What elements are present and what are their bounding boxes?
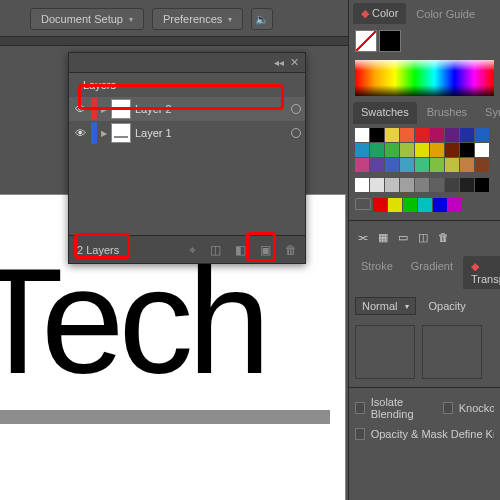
new-group-icon[interactable]: ▭ [398, 231, 408, 244]
tab-transparency[interactable]: ◆ Transpar [463, 256, 500, 289]
swatch[interactable] [445, 158, 459, 172]
transparency-preview [355, 325, 415, 379]
swatch[interactable] [415, 143, 429, 157]
target-icon[interactable] [291, 104, 301, 114]
delete-layer-icon[interactable]: 🗑 [285, 243, 297, 257]
opacity-mask-label: Opacity & Mask Define Knockout [371, 428, 494, 440]
make-clipping-mask-icon[interactable]: ◫ [210, 243, 221, 257]
swatch[interactable] [430, 128, 444, 142]
expand-icon[interactable]: ▶ [101, 129, 107, 138]
target-icon[interactable] [291, 128, 301, 138]
delete-swatch-icon[interactable]: 🗑 [438, 231, 449, 244]
preferences-button[interactable]: Preferences ▾ [152, 8, 243, 30]
layer-name-label: Layer 2 [135, 103, 287, 115]
swatch[interactable] [475, 178, 489, 192]
color-spectrum[interactable] [355, 60, 494, 96]
swatch[interactable] [475, 128, 489, 142]
swatch[interactable] [403, 198, 417, 212]
tab-stroke[interactable]: Stroke [353, 256, 401, 289]
swatch[interactable] [460, 143, 474, 157]
visibility-icon[interactable]: 👁 [73, 102, 87, 116]
swatch[interactable] [370, 158, 384, 172]
new-layer-icon[interactable]: ▣ [260, 243, 271, 257]
knockout-label: Knockout [459, 402, 494, 414]
tab-swatches[interactable]: Swatches [353, 102, 417, 124]
visibility-icon[interactable]: 👁 [73, 126, 87, 140]
dropdown-icon: ▾ [405, 302, 409, 311]
layer-list: 👁▶Layer 2👁▶Layer 1 [69, 95, 305, 147]
close-icon[interactable]: ✕ [290, 56, 299, 69]
swatch[interactable] [400, 128, 414, 142]
swatch[interactable] [370, 178, 384, 192]
panel-collapse-icon[interactable]: ◂◂ [274, 57, 284, 68]
swatch[interactable] [430, 158, 444, 172]
swatch[interactable] [370, 128, 384, 142]
swatch[interactable] [385, 178, 399, 192]
layer-row[interactable]: 👁▶Layer 1 [69, 121, 305, 145]
layer-name-label: Layer 1 [135, 127, 287, 139]
document-setup-button[interactable]: Document Setup ▾ [30, 8, 144, 30]
gray-swatch-row [349, 176, 500, 194]
knockout-checkbox[interactable] [443, 402, 453, 414]
swatch[interactable] [475, 158, 489, 172]
swatch[interactable] [385, 143, 399, 157]
swatch[interactable] [355, 178, 369, 192]
tab-layers[interactable]: Layers [73, 75, 126, 95]
swatch[interactable] [370, 143, 384, 157]
right-panel: ◆ Color Color Guide Swatches Brushes Sym… [348, 0, 500, 500]
swatch[interactable] [433, 198, 447, 212]
swatch[interactable] [355, 128, 369, 142]
fill-none-icon[interactable] [355, 30, 377, 52]
swatch[interactable] [460, 128, 474, 142]
layer-color-tag [91, 98, 97, 120]
swatch[interactable] [388, 198, 402, 212]
opacity-label: Opacity [428, 300, 465, 312]
new-sublayer-icon[interactable]: ◧ [235, 243, 246, 257]
tab-color[interactable]: ◆ Color [353, 3, 406, 24]
canvas-underline [0, 410, 330, 424]
swatch[interactable] [475, 143, 489, 157]
expand-icon[interactable]: ▶ [101, 105, 107, 114]
layer-thumbnail [111, 99, 131, 119]
new-swatch-icon[interactable]: ◫ [418, 231, 428, 244]
mask-preview [422, 325, 482, 379]
locate-object-icon[interactable]: ⌖ [189, 243, 196, 257]
swatch[interactable] [373, 198, 387, 212]
swatch[interactable] [385, 158, 399, 172]
isolate-blending-checkbox[interactable] [355, 402, 365, 414]
top-toolbar: Document Setup ▾ Preferences ▾ 🔈 [0, 8, 273, 30]
tab-symbols[interactable]: Symbols [477, 102, 500, 124]
swatch[interactable] [430, 178, 444, 192]
dropdown-icon: ▾ [228, 15, 232, 24]
swatch[interactable] [400, 178, 414, 192]
swatch[interactable] [445, 128, 459, 142]
swatch-options-icon[interactable]: ▦ [378, 231, 388, 244]
swatch[interactable] [448, 198, 462, 212]
swatch[interactable] [415, 178, 429, 192]
swatch[interactable] [355, 158, 369, 172]
swatch-folder-icon[interactable] [355, 198, 371, 210]
swatch[interactable] [445, 143, 459, 157]
swatch[interactable] [430, 143, 444, 157]
tab-color-guide[interactable]: Color Guide [408, 4, 483, 24]
swatch[interactable] [415, 128, 429, 142]
swatch[interactable] [418, 198, 432, 212]
swatch-grid [349, 124, 500, 176]
sound-toggle-button[interactable]: 🔈 [251, 8, 273, 30]
layer-row[interactable]: 👁▶Layer 2 [69, 97, 305, 121]
swatch[interactable] [445, 178, 459, 192]
tab-brushes[interactable]: Brushes [419, 102, 475, 124]
swatch[interactable] [385, 128, 399, 142]
stroke-color-icon[interactable] [379, 30, 401, 52]
swatch[interactable] [400, 143, 414, 157]
link-icon[interactable]: ⫘ [357, 231, 368, 244]
layer-color-tag [91, 122, 97, 144]
swatch[interactable] [355, 143, 369, 157]
tab-gradient[interactable]: Gradient [403, 256, 461, 289]
swatch[interactable] [400, 158, 414, 172]
swatch[interactable] [460, 178, 474, 192]
swatch[interactable] [415, 158, 429, 172]
blend-mode-select[interactable]: Normal ▾ [355, 297, 416, 315]
swatch[interactable] [460, 158, 474, 172]
opacity-mask-checkbox[interactable] [355, 428, 365, 440]
